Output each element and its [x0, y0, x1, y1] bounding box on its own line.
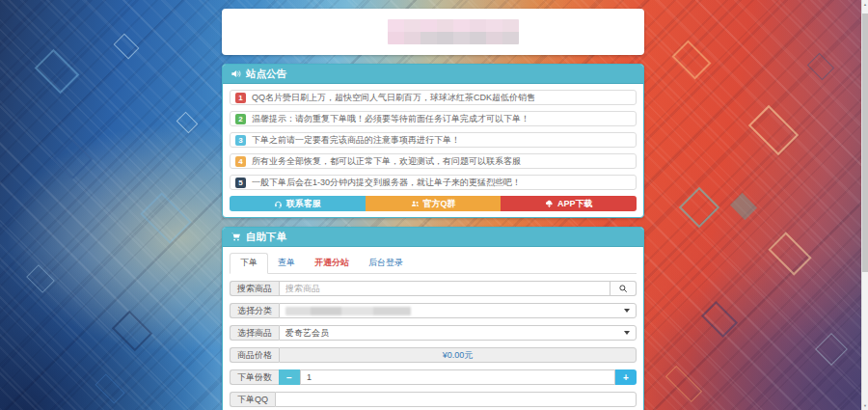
announcement-number-badge: 2 — [235, 114, 246, 124]
chevron-down-icon — [624, 309, 630, 313]
announcement-text: 一般下单后会在1-30分钟内提交到服务器，就让单子来的更猛烈些吧！ — [252, 177, 521, 189]
announcement-buttons: 联系客服 官方Q群 — [230, 196, 637, 211]
tab-admin-login[interactable]: 后台登录 — [359, 254, 413, 273]
search-row: 搜索商品 — [230, 281, 637, 296]
mosaic-tile — [748, 105, 799, 155]
mosaic-tile — [95, 373, 124, 403]
official-q-group-label: 官方Q群 — [423, 198, 456, 210]
order-title: 自助下单 — [246, 231, 286, 244]
category-label: 选择分类 — [230, 303, 279, 318]
product-selected-value: 爱奇艺会员 — [285, 327, 329, 340]
announcement-panel: 站点公告 1 QQ名片赞日刷上万，超快空间人气日刷百万，球球冰红茶CDK超低价销… — [222, 64, 644, 218]
chevron-down-icon — [624, 331, 630, 335]
quantity-input[interactable] — [300, 369, 615, 385]
mosaic-tile — [35, 49, 80, 95]
mosaic-tile — [665, 366, 702, 402]
announcement-number-badge: 4 — [235, 156, 246, 167]
order-qq-row: 下单QQ — [230, 392, 637, 407]
announcement-number-badge: 3 — [235, 135, 246, 146]
app-download-button[interactable]: APP下载 — [501, 196, 637, 211]
users-icon — [411, 200, 420, 208]
cloud-download-icon — [545, 200, 554, 208]
tab-check-order[interactable]: 查单 — [268, 254, 305, 273]
announcement-number-badge: 5 — [235, 178, 246, 188]
scrollbar[interactable]: ▲ ▼ — [861, 0, 868, 410]
mosaic-tile — [52, 139, 93, 179]
announcement-item: 2 温馨提示：请勿重复下单哦！必须要等待前面任务订单完成才可以下单！ — [230, 111, 637, 126]
content-column: 站点公告 1 QQ名片赞日刷上万，超快空间人气日刷百万，球球冰红茶CDK超低价销… — [222, 0, 644, 410]
announcement-text: 所有业务全部恢复，都可以正常下单，欢迎测试，有问题可以联系客服 — [252, 155, 521, 168]
announcement-text: 下单之前请一定要看完该商品的注意事项再进行下单！ — [252, 134, 460, 147]
announcement-number-badge: 1 — [235, 93, 246, 103]
category-row: 选择分类 — [230, 303, 637, 318]
order-header: 自助下单 — [223, 228, 643, 247]
order-tabs: 下单 查单 开通分站 后台登录 — [230, 253, 637, 274]
mosaic-tile — [176, 112, 199, 134]
page: 站点公告 1 QQ名片赞日刷上万，超快空间人气日刷百万，球球冰红茶CDK超低价销… — [0, 0, 868, 410]
scroll-up-button[interactable]: ▲ — [862, 2, 868, 7]
mosaic-tile — [114, 34, 140, 60]
mosaic-tile — [140, 192, 192, 244]
search-label: 搜索商品 — [230, 281, 279, 296]
censored-logo — [388, 19, 519, 44]
product-select[interactable]: 爱奇艺会员 — [279, 325, 637, 341]
product-row: 选择商品 爱奇艺会员 — [230, 325, 637, 341]
announcement-text: 温馨提示：请勿重复下单哦！必须要等待前面任务订单完成才可以下单！ — [252, 113, 529, 125]
order-qq-label: 下单QQ — [230, 392, 275, 407]
scrollbar-thumb[interactable] — [862, 14, 868, 272]
cart-icon — [231, 232, 241, 242]
censored-category-value — [285, 307, 411, 315]
quantity-increase-button[interactable]: + — [615, 369, 637, 385]
search-icon — [618, 284, 628, 293]
mosaic-tile — [815, 333, 848, 366]
mosaic-tile — [679, 187, 719, 228]
quantity-row: 下单份数 − + — [230, 369, 637, 385]
announcement-item: 4 所有业务全部恢复，都可以正常下单，欢迎测试，有问题可以联系客服 — [230, 153, 637, 169]
category-select[interactable] — [279, 303, 637, 318]
announcement-header: 站点公告 — [223, 65, 643, 84]
announcement-item: 5 一般下单后会在1-30分钟内提交到服务器，就让单子来的更猛烈些吧！ — [230, 175, 637, 190]
order-panel: 自助下单 下单 查单 开通分站 后台登录 搜索商品 — [222, 227, 644, 410]
app-download-label: APP下载 — [557, 198, 593, 210]
price-display: ¥0.00元 — [279, 347, 637, 363]
mosaic-tile — [730, 193, 757, 220]
announcement-title: 站点公告 — [246, 68, 286, 81]
announcement-item: 3 下单之前请一定要看完该商品的注意事项再进行下单！ — [230, 132, 637, 148]
contact-support-label: 联系客服 — [286, 198, 321, 210]
volume-up-icon — [231, 68, 241, 79]
mosaic-tile — [701, 301, 738, 338]
site-logo-card — [222, 9, 644, 55]
mosaic-tile — [768, 232, 811, 275]
price-row: 商品价格 ¥0.00元 — [230, 347, 637, 363]
search-button[interactable] — [610, 281, 637, 296]
announcement-item: 1 QQ名片赞日刷上万，超快空间人气日刷百万，球球冰红茶CDK超低价销售 — [230, 90, 637, 105]
quantity-decrease-button[interactable]: − — [279, 369, 300, 385]
headset-icon — [274, 200, 283, 208]
scroll-down-button[interactable]: ▼ — [862, 403, 868, 408]
mosaic-tile — [807, 53, 834, 80]
price-label: 商品价格 — [230, 347, 279, 363]
tab-place-order[interactable]: 下单 — [230, 253, 268, 274]
tab-open-branch-site[interactable]: 开通分站 — [305, 254, 359, 273]
announcement-text: QQ名片赞日刷上万，超快空间人气日刷百万，球球冰红茶CDK超低价销售 — [252, 92, 535, 104]
mosaic-tile — [671, 40, 711, 79]
product-label: 选择商品 — [230, 325, 279, 341]
announcement-body: 1 QQ名片赞日刷上万，超快空间人气日刷百万，球球冰红茶CDK超低价销售 2 温… — [223, 84, 643, 217]
quantity-label: 下单份数 — [230, 369, 279, 385]
mosaic-tile — [112, 311, 152, 351]
order-qq-input[interactable] — [275, 392, 637, 407]
official-q-group-button[interactable]: 官方Q群 — [366, 196, 502, 211]
contact-support-button[interactable]: 联系客服 — [230, 196, 366, 211]
mosaic-tile — [26, 264, 55, 293]
search-input[interactable] — [279, 281, 610, 296]
order-body: 下单 查单 开通分站 后台登录 搜索商品 选择 — [223, 247, 643, 410]
